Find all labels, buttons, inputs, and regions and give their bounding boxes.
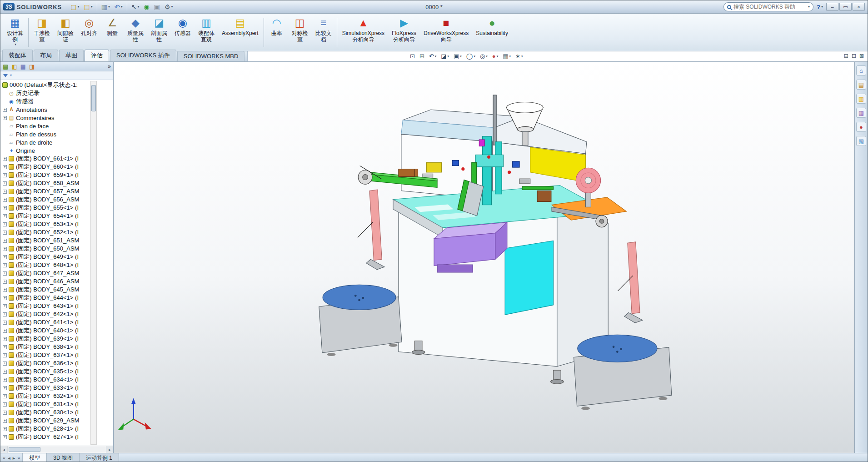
view-orientation-button[interactable]: ▣ bbox=[452, 52, 463, 60]
scroll-right-arrow[interactable]: ▸ bbox=[106, 446, 113, 453]
expand-icon[interactable] bbox=[3, 255, 7, 259]
section-view-button[interactable]: ◪ bbox=[439, 52, 450, 60]
3d-model-canvas[interactable] bbox=[114, 62, 854, 453]
tab-evaluate[interactable]: 评估 bbox=[85, 50, 109, 61]
expand-icon[interactable] bbox=[3, 378, 7, 382]
expand-icon[interactable] bbox=[3, 362, 7, 366]
compare-documents-button[interactable]: ≡ 比较文 档 bbox=[312, 15, 335, 50]
options-button[interactable]: ⚙ bbox=[162, 2, 175, 12]
scroll-left-button[interactable]: ◂ bbox=[8, 455, 10, 461]
solidworks-resources-icon[interactable]: ⌂ bbox=[856, 65, 866, 75]
expand-icon[interactable] bbox=[3, 312, 7, 316]
propertymanager-tab[interactable]: ◧ bbox=[11, 64, 17, 70]
help-search-box[interactable] bbox=[723, 2, 813, 11]
measure-button[interactable]: ∠ 测量 bbox=[101, 15, 124, 50]
view-palette-icon[interactable]: ▦ bbox=[856, 108, 866, 118]
help-search-input[interactable] bbox=[733, 4, 805, 10]
sensors-button[interactable]: ◉ 传感器 bbox=[171, 15, 195, 50]
expand-icon[interactable] bbox=[3, 280, 7, 284]
featuremanager-tab[interactable]: ▤ bbox=[3, 64, 8, 70]
print-button[interactable]: ▦ bbox=[99, 2, 112, 12]
tab-sketch[interactable]: 草图 bbox=[59, 50, 84, 61]
tab-layout[interactable]: 布局 bbox=[34, 50, 58, 61]
appearances-scenes-icon[interactable]: ● bbox=[856, 122, 866, 132]
close-button[interactable]: × bbox=[853, 3, 865, 11]
select-button[interactable]: ↖ bbox=[129, 2, 142, 12]
search-scope-caret-icon[interactable] bbox=[808, 5, 810, 9]
open-button[interactable]: ▤ bbox=[82, 2, 95, 12]
help-button[interactable]: ? bbox=[817, 4, 823, 10]
rebuild-button[interactable]: ◉ bbox=[142, 2, 152, 12]
tab-assembly[interactable]: 装配体 bbox=[2, 50, 33, 61]
displaymanager-tab[interactable]: ◨ bbox=[29, 64, 35, 70]
scroll-left-arrow[interactable]: ◂ bbox=[0, 446, 8, 453]
expand-icon[interactable] bbox=[3, 198, 7, 202]
scroll-right-button[interactable]: ▸ bbox=[13, 455, 15, 461]
file-explorer-icon[interactable]: ▥ bbox=[856, 94, 866, 104]
expand-icon[interactable] bbox=[3, 337, 7, 341]
panel-chevron-icon[interactable]: » bbox=[108, 63, 111, 70]
minimize-button[interactable]: – bbox=[826, 3, 838, 11]
expand-icon[interactable] bbox=[3, 353, 7, 357]
edit-appearance-button[interactable]: ● bbox=[491, 52, 499, 60]
expand-icon[interactable] bbox=[3, 247, 7, 251]
previous-view-button[interactable]: ↶ bbox=[428, 52, 438, 60]
tab-model[interactable]: 模型 bbox=[23, 453, 47, 462]
expand-icon[interactable] bbox=[3, 288, 7, 292]
expand-icon[interactable] bbox=[3, 345, 7, 349]
expand-icon[interactable] bbox=[3, 419, 7, 423]
view-settings-button[interactable]: ∗ bbox=[514, 52, 524, 60]
tab-solidworks-addins[interactable]: SOLIDWORKS 插件 bbox=[110, 50, 176, 61]
expand-icon[interactable] bbox=[3, 296, 7, 300]
new-document-button[interactable]: ▢ bbox=[68, 2, 81, 12]
zoom-fit-button[interactable]: ⊡ bbox=[409, 52, 416, 60]
file-properties-button[interactable]: ▣ bbox=[152, 2, 162, 12]
tab-3d-views[interactable]: 3D 视图 bbox=[47, 453, 80, 462]
expand-icon[interactable] bbox=[3, 370, 7, 374]
expand-icon[interactable] bbox=[3, 165, 7, 169]
hole-alignment-button[interactable]: ◎ 孔对齐 bbox=[77, 15, 101, 50]
assemblyxpert-button[interactable]: ▤ AssemblyXpert bbox=[218, 15, 262, 50]
clearance-verification-button[interactable]: ◧ 间隙验 证 bbox=[54, 15, 77, 50]
scrollbar-track[interactable] bbox=[8, 446, 106, 453]
design-library-icon[interactable]: ▤ bbox=[856, 80, 866, 90]
filter-funnel-icon[interactable] bbox=[3, 74, 8, 77]
hide-show-items-button[interactable]: ◎ bbox=[479, 52, 489, 60]
expand-icon[interactable] bbox=[3, 108, 7, 112]
expand-icon[interactable] bbox=[3, 411, 7, 415]
scrollbar-thumb[interactable] bbox=[9, 447, 40, 452]
left-turntable[interactable] bbox=[319, 285, 402, 356]
scrollbar-thumb[interactable] bbox=[91, 85, 96, 111]
interference-check-button[interactable]: ◨ 干涉检 查 bbox=[30, 15, 54, 50]
display-style-button[interactable]: ◯ bbox=[465, 52, 477, 60]
expand-icon[interactable] bbox=[3, 402, 7, 407]
expand-icon[interactable] bbox=[3, 263, 7, 267]
expand-icon[interactable] bbox=[3, 157, 7, 161]
doc-restore-button[interactable]: ⊡ bbox=[852, 53, 856, 59]
section-properties-button[interactable]: ◪ 剖面属 性 bbox=[147, 15, 171, 50]
curvature-button[interactable]: ◠ 曲率 bbox=[265, 15, 288, 50]
scroll-last-button[interactable]: » bbox=[17, 455, 20, 461]
assembly-visualization-button[interactable]: ▥ 装配体 直观 bbox=[195, 15, 218, 50]
left-reel-post[interactable] bbox=[366, 190, 384, 270]
floxpress-wizard-button[interactable]: ▶ FloXpress 分析向导 bbox=[388, 15, 420, 50]
tree-horizontal-scrollbar[interactable]: ◂ ▸ bbox=[0, 446, 113, 453]
expand-icon[interactable] bbox=[3, 222, 7, 226]
graphics-viewport[interactable] bbox=[114, 62, 854, 453]
expand-icon[interactable] bbox=[3, 190, 7, 194]
sustainability-button[interactable]: ● Sustainability bbox=[472, 15, 512, 50]
tree-vertical-scrollbar[interactable] bbox=[90, 81, 97, 445]
driveworksxpress-wizard-button[interactable]: ■ DriveWorksXpress 向导 bbox=[420, 15, 472, 50]
design-study-button[interactable]: ▦ 设计算 例 bbox=[3, 15, 27, 50]
scroll-first-button[interactable]: « bbox=[3, 455, 5, 461]
mass-properties-button[interactable]: ◆ 质量属 性 bbox=[124, 15, 147, 50]
tab-motion-study[interactable]: 运动算例 1 bbox=[80, 453, 119, 462]
filter-caret-icon[interactable] bbox=[10, 74, 12, 77]
expand-icon[interactable] bbox=[3, 394, 7, 398]
expand-icon[interactable] bbox=[3, 329, 7, 333]
restore-button[interactable]: ▭ bbox=[839, 3, 852, 11]
expand-icon[interactable] bbox=[3, 231, 7, 235]
zoom-area-button[interactable]: ⊞ bbox=[418, 52, 426, 60]
tab-solidworks-mbd[interactable]: SOLIDWORKS MBD bbox=[177, 51, 245, 61]
expand-icon[interactable] bbox=[3, 116, 7, 120]
